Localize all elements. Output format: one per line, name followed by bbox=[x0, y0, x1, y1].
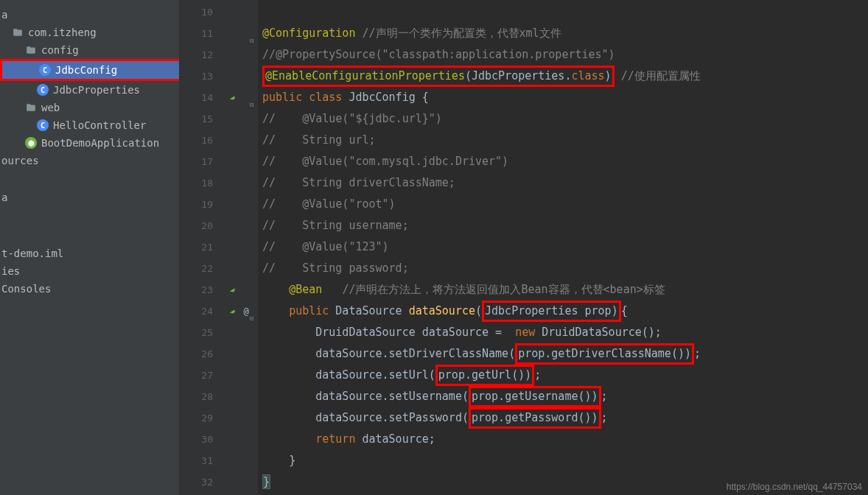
tree-item-a[interactable]: a bbox=[0, 189, 179, 206]
gutter-marker-row bbox=[224, 450, 258, 471]
spring-bean-icon bbox=[227, 284, 239, 296]
tree-item-a[interactable]: a bbox=[0, 6, 179, 24]
fold-icon[interactable]: ⊟ bbox=[250, 30, 257, 38]
fold-icon[interactable]: ⊟ bbox=[250, 308, 257, 315]
line-number: 25 bbox=[180, 322, 223, 343]
line-number: 20 bbox=[180, 215, 223, 236]
spring-bean-icon bbox=[227, 92, 239, 104]
gutter-marker-row bbox=[224, 386, 258, 407]
code-line[interactable]: return dataSource; bbox=[258, 429, 868, 450]
code-line[interactable]: } bbox=[258, 450, 868, 471]
code-line[interactable]: ⊟public class JdbcConfig { bbox=[258, 87, 868, 108]
tree-item-com.itzheng[interactable]: com.itzheng bbox=[0, 24, 179, 41]
code-line[interactable]: // String password; bbox=[258, 258, 868, 279]
tree-item-label: ources bbox=[1, 155, 39, 166]
folder-icon bbox=[12, 27, 24, 38]
code-line[interactable]: @Bean //声明在方法上，将方法返回值加入Bean容器，代替<bean>标签 bbox=[258, 279, 868, 301]
tree-item-label: t-demo.iml bbox=[1, 248, 63, 259]
line-number: 13 bbox=[180, 66, 223, 87]
line-number: 29 bbox=[180, 407, 223, 429]
code-line[interactable]: ⊟@Configuration //声明一个类作为配置类，代替xml文件 bbox=[258, 23, 868, 44]
line-number: 24 bbox=[180, 301, 223, 322]
line-number: 18 bbox=[180, 172, 223, 194]
gutter-marker-row bbox=[224, 279, 258, 301]
gutter-marker-row bbox=[224, 322, 258, 343]
tree-item-label: a bbox=[1, 9, 7, 21]
line-number: 30 bbox=[180, 429, 223, 450]
gutter-marker-row bbox=[224, 258, 258, 279]
tree-item-config[interactable]: config bbox=[0, 41, 179, 59]
code-line[interactable]: dataSource.setDriverClassName(prop.getDr… bbox=[258, 343, 868, 365]
project-tree-sidebar: acom.itzhengconfigCJdbcConfigCJdbcProper… bbox=[0, 0, 180, 495]
code-line[interactable]: ⊟ public DataSource dataSource(JdbcPrope… bbox=[258, 301, 868, 322]
tree-item-label: com.itzheng bbox=[28, 27, 97, 38]
gutter-marker-row bbox=[224, 1, 258, 23]
tree-item-label: BootDemoApplication bbox=[41, 137, 159, 149]
line-number: 23 bbox=[180, 279, 223, 301]
gutter-marker-row bbox=[224, 130, 258, 151]
tree-item-ies[interactable]: ies bbox=[0, 262, 179, 280]
gutter-marker-row bbox=[224, 215, 258, 236]
code-line[interactable]: @EnableConfigurationProperties(JdbcPrope… bbox=[258, 66, 868, 87]
code-line[interactable]: dataSource.setUrl(prop.getUrl()); bbox=[258, 365, 868, 386]
line-number: 22 bbox=[180, 258, 223, 279]
tree-item-ources[interactable]: ources bbox=[0, 152, 179, 169]
code-content[interactable]: ⊟@Configuration //声明一个类作为配置类，代替xml文件//@P… bbox=[258, 0, 868, 495]
gutter-marker-row bbox=[224, 151, 258, 172]
tree-item-label: JdbcProperties bbox=[53, 84, 140, 96]
line-number: 26 bbox=[180, 343, 223, 365]
tree-item-label: a bbox=[1, 192, 7, 203]
line-number: 19 bbox=[180, 194, 223, 215]
code-editor: 1011121314151617181920212223242526272829… bbox=[180, 0, 868, 495]
tree-item-JdbcProperties[interactable]: CJdbcProperties bbox=[0, 81, 179, 99]
tree-item-label: HelloController bbox=[53, 119, 146, 131]
tree-item-label: Consoles bbox=[1, 283, 51, 295]
gutter-marker-row bbox=[224, 471, 258, 493]
class-icon: C bbox=[37, 119, 49, 131]
line-number: 21 bbox=[180, 236, 223, 258]
spring-bean-icon bbox=[227, 306, 239, 317]
tree-item- Consoles[interactable]: Consoles bbox=[0, 280, 179, 298]
tree-item-t-demo.iml[interactable]: t-demo.iml bbox=[0, 245, 179, 262]
tree-item-label: JdbcConfig bbox=[55, 64, 117, 76]
tree-item-label: web bbox=[41, 102, 60, 113]
line-number: 31 bbox=[180, 450, 223, 471]
code-line[interactable]: // String username; bbox=[258, 215, 868, 236]
gutter-marker-row bbox=[224, 236, 258, 258]
tree-item-label: ies bbox=[1, 265, 20, 277]
line-number: 12 bbox=[180, 44, 223, 66]
line-number: 17 bbox=[180, 151, 223, 172]
gutter-markers: @ bbox=[224, 0, 258, 495]
code-line[interactable]: DruidDataSource dataSource = new DruidDa… bbox=[258, 322, 868, 343]
tree-item-BootDemoApplication[interactable]: ⬢BootDemoApplication bbox=[0, 134, 179, 152]
code-line[interactable]: //@PropertySource("classpath:application… bbox=[258, 44, 868, 66]
code-line[interactable]: dataSource.setUsername(prop.getUsername(… bbox=[258, 386, 868, 407]
watermark-text: https://blog.csdn.net/qq_44757034 bbox=[727, 482, 862, 492]
line-number: 15 bbox=[180, 108, 223, 130]
tree-item-web[interactable]: web bbox=[0, 99, 179, 116]
gutter-marker-row bbox=[224, 407, 258, 429]
line-number-gutter: 1011121314151617181920212223242526272829… bbox=[180, 0, 224, 495]
gutter-marker-row bbox=[224, 66, 258, 87]
code-line[interactable]: // String driverClassName; bbox=[258, 172, 868, 194]
code-line[interactable] bbox=[258, 1, 868, 23]
code-line[interactable]: dataSource.setPassword(prop.getPassword(… bbox=[258, 407, 868, 429]
line-number: 27 bbox=[180, 365, 223, 386]
code-line[interactable]: // @Value("${jdbc.url}") bbox=[258, 108, 868, 130]
tree-item-HelloController[interactable]: CHelloController bbox=[0, 116, 179, 134]
line-number: 28 bbox=[180, 386, 223, 407]
line-number: 32 bbox=[180, 471, 223, 493]
class-icon: C bbox=[37, 84, 49, 96]
tree-item-JdbcConfig[interactable]: CJdbcConfig bbox=[2, 61, 180, 79]
class-icon: C bbox=[39, 64, 51, 76]
code-line[interactable]: // String url; bbox=[258, 130, 868, 151]
line-number: 14 bbox=[180, 87, 223, 108]
code-line[interactable]: // @Value("com.mysql.jdbc.Driver") bbox=[258, 151, 868, 172]
fold-icon[interactable]: ⊟ bbox=[250, 94, 257, 102]
code-line[interactable]: // @Value("root") bbox=[258, 194, 868, 215]
line-number: 16 bbox=[180, 130, 223, 151]
spring-icon: ⬢ bbox=[25, 137, 37, 149]
code-line[interactable]: // @Value("123") bbox=[258, 236, 868, 258]
gutter-marker-row bbox=[224, 172, 258, 194]
folder-icon bbox=[25, 102, 37, 113]
